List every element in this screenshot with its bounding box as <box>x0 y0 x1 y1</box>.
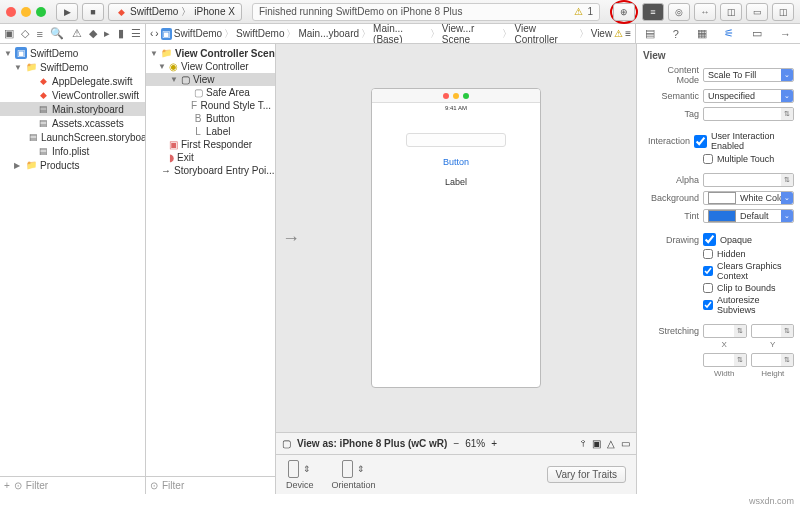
stretch-y-field[interactable]: 0⇅ <box>751 324 795 338</box>
entry-point-node[interactable]: →Storyboard Entry Poi... <box>146 164 275 177</box>
device-selector[interactable]: ⇕ Device <box>286 460 314 490</box>
multiple-touch-checkbox[interactable] <box>703 154 713 164</box>
file-node[interactable]: ▤Info.plist <box>0 144 145 158</box>
jump-bar[interactable]: ‹ › ▣ SwiftDemo〉 SwiftDemo〉 Main...yboar… <box>146 24 636 43</box>
outline-toggle-icon[interactable]: ▢ <box>282 438 291 449</box>
semantic-select[interactable]: Unspecified⌄ <box>703 89 794 103</box>
warning-icon[interactable]: ⚠ <box>574 6 583 17</box>
toggle-debug-button[interactable]: ▭ <box>746 3 768 21</box>
stretch-h-field[interactable]: 1⇅ <box>751 353 795 367</box>
view-as-label[interactable]: View as: iPhone 8 Plus (wC wR) <box>297 438 447 449</box>
embed-button[interactable]: ▭ <box>621 438 630 449</box>
close-icon[interactable] <box>6 7 16 17</box>
inspector-section-title: View <box>637 48 800 63</box>
history-inspector-tab[interactable]: ? <box>673 28 679 40</box>
library-button[interactable]: ⊕ <box>613 3 635 21</box>
project-navigator: ▼▣ SwiftDemo ▼📁 SwiftDemo ◆AppDelegate.s… <box>0 44 146 494</box>
vc-node[interactable]: ▼◉View Controller <box>146 60 275 73</box>
first-responder-node[interactable]: ▣First Responder <box>146 138 275 151</box>
debug-tab[interactable]: ▸ <box>104 27 110 40</box>
breakpoint-tab[interactable]: ▮ <box>118 27 124 40</box>
outline-item[interactable]: BButton <box>146 112 275 125</box>
canvas[interactable]: → 9:41 AM Button Label <box>276 44 636 432</box>
source-control-tab[interactable]: ◇ <box>21 27 29 40</box>
resolve-button[interactable]: △ <box>607 438 615 449</box>
file-node[interactable]: ▤Assets.xcassets <box>0 116 145 130</box>
add-button[interactable]: + <box>4 480 10 491</box>
warning-count: 1 <box>587 6 593 17</box>
outline-tree[interactable]: ▼📁View Controller Scene ▼◉View Controlle… <box>146 44 275 476</box>
autoresize-checkbox[interactable] <box>703 300 713 310</box>
zoom-icon[interactable] <box>36 7 46 17</box>
connections-inspector-tab[interactable]: → <box>780 28 791 40</box>
warning-icon[interactable]: ⚠ <box>614 28 623 39</box>
align-button[interactable]: ⫯ <box>581 438 586 449</box>
outline-toggle[interactable]: ≡ <box>625 28 631 39</box>
stretch-w-field[interactable]: 1⇅ <box>703 353 747 367</box>
orientation-selector[interactable]: ⇕ Orientation <box>332 460 376 490</box>
hidden-checkbox[interactable] <box>703 249 713 259</box>
text-field[interactable] <box>406 133 506 147</box>
ui-label[interactable]: Label <box>445 177 467 187</box>
outline-filter[interactable]: ⊙ Filter <box>146 476 275 494</box>
opaque-checkbox[interactable] <box>703 233 716 246</box>
simulated-view[interactable]: 9:41 AM Button Label <box>371 88 541 388</box>
report-tab[interactable]: ☰ <box>131 27 141 40</box>
toggle-navigator-button[interactable]: ◫ <box>720 3 742 21</box>
symbol-tab[interactable]: ≡ <box>36 28 42 40</box>
file-node[interactable]: ◆AppDelegate.swift <box>0 74 145 88</box>
navigator-filter[interactable]: + ⊙ Filter <box>0 476 145 494</box>
products-node[interactable]: ▶📁 Products <box>0 158 145 172</box>
toolbar: ▶ ■ ◆ SwiftDemo 〉 iPhone X Finished runn… <box>0 0 800 24</box>
content-mode-select[interactable]: Scale To Fill⌄ <box>703 68 794 82</box>
editor-version-button[interactable]: ↔ <box>694 3 716 21</box>
stop-button[interactable]: ■ <box>82 3 104 21</box>
file-node[interactable]: ▤Main.storyboard <box>0 102 145 116</box>
scene-titlebar[interactable] <box>372 89 540 103</box>
zoom-out-button[interactable]: − <box>453 438 459 449</box>
test-tab[interactable]: ◆ <box>89 27 97 40</box>
watermark: wsxdn.com <box>0 494 800 510</box>
vary-for-traits-button[interactable]: Vary for Traits <box>547 466 627 483</box>
scene-node[interactable]: ▼📁View Controller Scene <box>146 46 275 60</box>
scheme-device: iPhone X <box>194 6 235 17</box>
ui-button[interactable]: Button <box>443 157 469 167</box>
project-navigator-tab[interactable]: ▣ <box>4 27 14 40</box>
find-tab[interactable]: 🔍 <box>50 27 64 40</box>
file-node[interactable]: ▤LaunchScreen.storyboard <box>0 130 145 144</box>
size-inspector-tab[interactable]: ▭ <box>752 27 762 40</box>
toggle-inspector-button[interactable]: ◫ <box>772 3 794 21</box>
back-button[interactable]: ‹ <box>150 28 153 39</box>
exit-node[interactable]: ◗Exit <box>146 151 275 164</box>
view-node[interactable]: ▼▢View <box>146 73 275 86</box>
library-button-highlighted: ⊕ <box>610 0 638 24</box>
project-node[interactable]: ▼▣ SwiftDemo <box>0 46 145 60</box>
background-select[interactable]: White Color⌄ <box>703 191 794 205</box>
stretch-x-field[interactable]: 0⇅ <box>703 324 747 338</box>
clears-context-checkbox[interactable] <box>703 266 713 276</box>
zoom-in-button[interactable]: + <box>491 438 497 449</box>
outline-item[interactable]: ▢Safe Area <box>146 86 275 99</box>
run-button[interactable]: ▶ <box>56 3 78 21</box>
user-interaction-checkbox[interactable] <box>694 135 707 148</box>
tint-select[interactable]: Default⌄ <box>703 209 794 223</box>
clip-bounds-checkbox[interactable] <box>703 283 713 293</box>
identity-inspector-tab[interactable]: ▦ <box>697 27 707 40</box>
forward-button[interactable]: › <box>155 28 158 39</box>
editor-standard-button[interactable]: ≡ <box>642 3 664 21</box>
tag-field[interactable]: 0⇅ <box>703 107 794 121</box>
issue-tab[interactable]: ⚠ <box>72 27 82 40</box>
attributes-inspector-tab[interactable]: ⚟ <box>724 27 734 40</box>
file-node[interactable]: ◆ViewController.swift <box>0 88 145 102</box>
pin-button[interactable]: ▣ <box>592 438 601 449</box>
editor-assistant-button[interactable]: ◎ <box>668 3 690 21</box>
scheme-selector[interactable]: ◆ SwiftDemo 〉 iPhone X <box>108 3 242 21</box>
outline-item[interactable]: LLabel <box>146 125 275 138</box>
alpha-field[interactable]: 1⇅ <box>703 173 794 187</box>
filter-icon: ⊙ <box>14 480 22 491</box>
minimize-icon[interactable] <box>21 7 31 17</box>
outline-item[interactable]: FRound Style T... <box>146 99 275 112</box>
group-node[interactable]: ▼📁 SwiftDemo <box>0 60 145 74</box>
file-inspector-tab[interactable]: ▤ <box>645 27 655 40</box>
file-tree[interactable]: ▼▣ SwiftDemo ▼📁 SwiftDemo ◆AppDelegate.s… <box>0 44 145 476</box>
